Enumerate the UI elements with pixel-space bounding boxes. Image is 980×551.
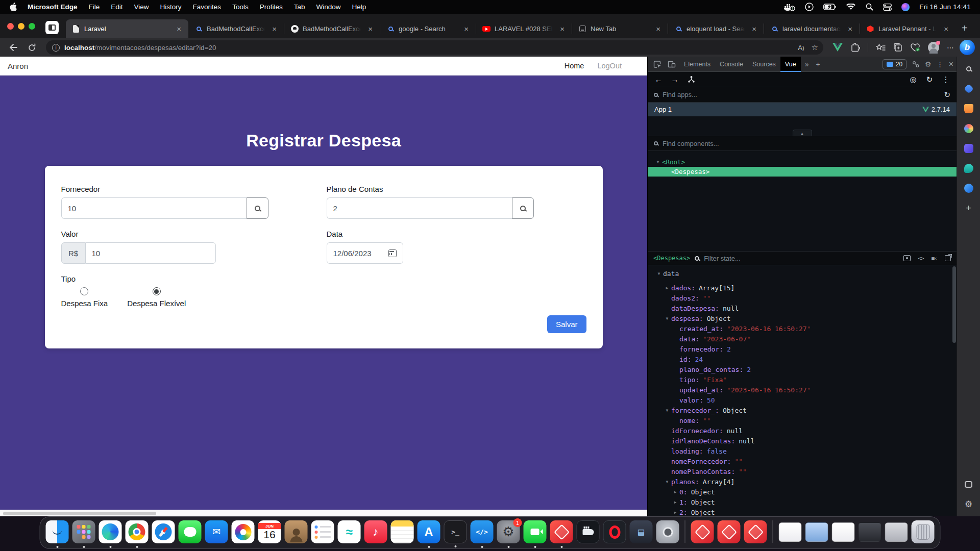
tab-preview-button[interactable] <box>45 21 59 34</box>
devtools-tab-vue[interactable]: Vue <box>780 57 801 72</box>
filter-state-placeholder[interactable]: Filter state... <box>704 255 741 262</box>
state-row[interactable]: ▼planos:Array[4] <box>648 477 957 487</box>
favorites-icon[interactable] <box>876 43 886 52</box>
tab-close-icon[interactable]: × <box>461 23 472 34</box>
menu-item-tools[interactable]: Tools <box>227 3 254 11</box>
devtools-close-icon[interactable]: × <box>949 60 953 69</box>
spotlight-menu-icon[interactable] <box>866 3 873 11</box>
state-row[interactable]: nomePlanoContas:"" <box>648 466 957 477</box>
dock-opera-icon[interactable] <box>603 520 626 543</box>
state-row[interactable]: updated_at:"2023-06-16 16:50:27" <box>648 385 957 395</box>
extensions-puzzle-icon[interactable] <box>850 43 860 53</box>
state-row[interactable]: fornecedor:2 <box>648 344 957 354</box>
menu-item-file[interactable]: File <box>83 3 106 11</box>
state-row[interactable]: nome:"" <box>648 415 957 425</box>
vue-refresh-icon[interactable]: ↻ <box>923 73 936 86</box>
read-aloud-icon[interactable]: A) <box>798 44 804 52</box>
dock-gem-app-1-icon[interactable] <box>550 520 573 543</box>
dock-vscode-icon[interactable]: </> <box>471 520 494 543</box>
battery-menu-icon[interactable] <box>823 4 837 10</box>
tab-close-icon[interactable]: × <box>365 23 376 34</box>
state-row[interactable]: valor:50 <box>648 395 957 405</box>
menu-item-history[interactable]: History <box>155 3 187 11</box>
collapse-all-icon[interactable]: ≡‹ <box>932 255 937 262</box>
vue-devtools-extension-icon[interactable] <box>832 43 843 52</box>
refresh-apps-icon[interactable]: ↻ <box>944 90 950 99</box>
sidebar-shopping-tag-icon[interactable] <box>963 83 975 95</box>
state-row[interactable]: tipo:"Fixa" <box>648 374 957 385</box>
browser-tab[interactable]: eloquent load - Searc× <box>668 19 764 38</box>
dock-reminders-icon[interactable] <box>311 520 334 543</box>
dock-trash-icon[interactable] <box>912 520 935 543</box>
refresh-button[interactable] <box>23 40 40 55</box>
console-message-badge[interactable]: 20 <box>883 59 906 69</box>
dock-messages-icon[interactable] <box>179 520 202 543</box>
dock-chrome-icon[interactable] <box>126 520 149 543</box>
menu-item-favorites[interactable]: Favorites <box>187 3 227 11</box>
devtools-menu-icon[interactable]: ⋮ <box>937 60 944 68</box>
tab-close-icon[interactable]: × <box>269 23 280 34</box>
plano-input[interactable] <box>327 197 512 219</box>
menu-app-name[interactable]: Microsoft Edge <box>22 3 83 11</box>
browser-tab[interactable]: google - Search× <box>380 19 476 38</box>
dock-photo-booth-icon[interactable] <box>656 520 679 543</box>
devtools-tab-elements[interactable]: Elements <box>679 57 715 72</box>
sidebar-profiles-icon[interactable] <box>963 122 975 135</box>
state-row[interactable]: data:"2023-06-07" <box>648 334 957 344</box>
dock-docker-desktop-icon[interactable] <box>577 520 600 543</box>
menu-item-tab[interactable]: Tab <box>288 3 311 11</box>
fornecedor-input[interactable] <box>61 197 247 219</box>
sidebar-add-icon[interactable]: + <box>963 202 975 214</box>
state-row[interactable]: id:24 <box>648 354 957 364</box>
collapse-apps-button[interactable]: ▲ <box>793 130 812 136</box>
dock-safari-icon[interactable] <box>152 520 175 543</box>
sidebar-search-icon[interactable] <box>963 63 975 75</box>
vue-back-icon[interactable]: ← <box>652 73 665 86</box>
issues-icon[interactable] <box>912 60 920 68</box>
dock-terminal-icon[interactable]: >_ <box>444 520 467 543</box>
minimized-window-2[interactable] <box>805 522 828 542</box>
profile-avatar[interactable] <box>928 42 939 53</box>
menu-item-profiles[interactable]: Profiles <box>254 3 288 11</box>
sidebar-settings-icon[interactable]: ⚙ <box>963 498 975 510</box>
dock-settings-icon[interactable]: ⚙1 <box>497 520 520 543</box>
plano-search-button[interactable] <box>512 197 534 219</box>
menu-item-edit[interactable]: Edit <box>105 3 128 11</box>
collections-icon[interactable] <box>893 43 902 52</box>
browser-tab[interactable]: LARAVEL #028 SELEC× <box>476 19 572 38</box>
horizontal-scrollbar[interactable] <box>0 510 647 516</box>
dock-finder-icon[interactable] <box>46 520 69 543</box>
menu-item-help[interactable]: Help <box>346 3 372 11</box>
inspect-element-icon[interactable] <box>651 58 664 70</box>
date-input[interactable]: 12/06/2023 <box>327 242 403 264</box>
sidebar-discover-icon[interactable] <box>963 182 975 194</box>
minimize-window-button[interactable] <box>18 23 24 30</box>
address-bar[interactable]: i localhost /movimentacoes/despesas/edit… <box>46 40 823 55</box>
settings-more-icon[interactable]: ⋯ <box>947 43 954 52</box>
dock-launchpad-icon[interactable] <box>72 520 95 543</box>
new-tab-button[interactable]: + <box>955 22 974 38</box>
state-row[interactable]: nomeFornecedor:"" <box>648 456 957 466</box>
dock-music-icon[interactable]: ♪ <box>364 520 387 543</box>
dock-gem-app-3-icon[interactable] <box>718 520 741 543</box>
devtools-tab-sources[interactable]: Sources <box>748 57 780 72</box>
state-row[interactable]: ▶1:Object <box>648 497 957 507</box>
close-window-button[interactable] <box>7 23 14 30</box>
control-center-menu-icon[interactable] <box>883 4 892 11</box>
state-row[interactable]: ▶2:Object <box>648 507 957 516</box>
state-row[interactable]: ▶dados:Array[15] <box>648 283 957 293</box>
nav-home-link[interactable]: Home <box>565 62 584 70</box>
valor-input[interactable] <box>85 242 216 264</box>
devtools-tab-console[interactable]: Console <box>715 57 748 72</box>
minimized-window-4[interactable] <box>859 522 881 542</box>
copilot-sidebar-button[interactable]: b <box>960 40 975 55</box>
dock-dev-app-icon[interactable]: ▤ <box>630 520 653 543</box>
dock-edge-icon[interactable] <box>99 520 122 543</box>
record-state-icon[interactable] <box>903 255 911 261</box>
inspect-dom-target-icon[interactable]: ◎ <box>906 73 920 86</box>
component-tree-item[interactable]: ▼<Root> <box>648 157 957 167</box>
state-row[interactable]: ▼fornecedor_:Object <box>648 405 957 415</box>
dock-mail-icon[interactable]: ✉ <box>205 520 228 543</box>
dock-gem-app-2-icon[interactable] <box>691 520 714 543</box>
tab-close-icon[interactable]: × <box>653 23 664 34</box>
